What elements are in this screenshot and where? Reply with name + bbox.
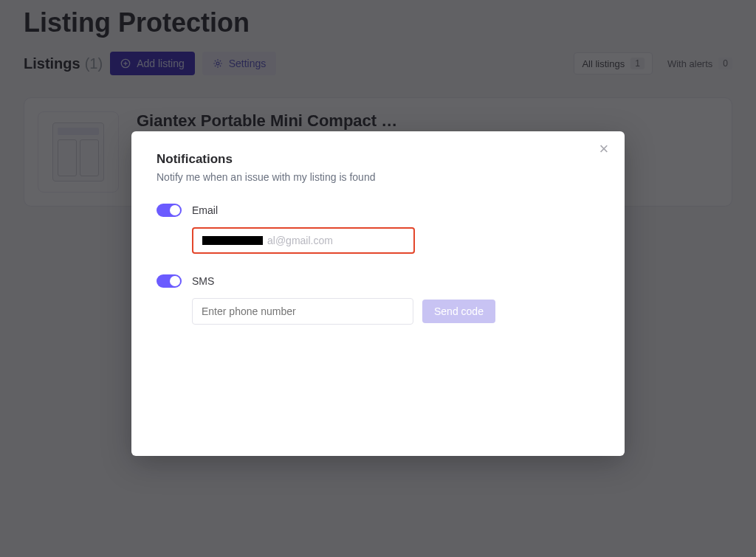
email-label: Email <box>192 204 218 216</box>
phone-input[interactable] <box>192 298 413 325</box>
redacted-email-prefix <box>202 236 263 245</box>
toggle-knob <box>170 276 180 286</box>
modal-title: Notifications <box>157 152 599 167</box>
toggle-knob <box>170 205 180 215</box>
sms-label: SMS <box>192 275 214 287</box>
sms-toggle[interactable] <box>157 274 182 288</box>
email-toggle[interactable] <box>157 204 182 217</box>
close-icon: × <box>599 139 609 159</box>
modal-overlay[interactable]: × Notifications Notify me when an issue … <box>0 0 756 557</box>
close-button[interactable]: × <box>595 140 613 158</box>
send-code-button[interactable]: Send code <box>422 300 495 323</box>
modal-subtitle: Notify me when an issue with my listing … <box>157 171 599 183</box>
notifications-modal: × Notifications Notify me when an issue … <box>131 131 625 456</box>
